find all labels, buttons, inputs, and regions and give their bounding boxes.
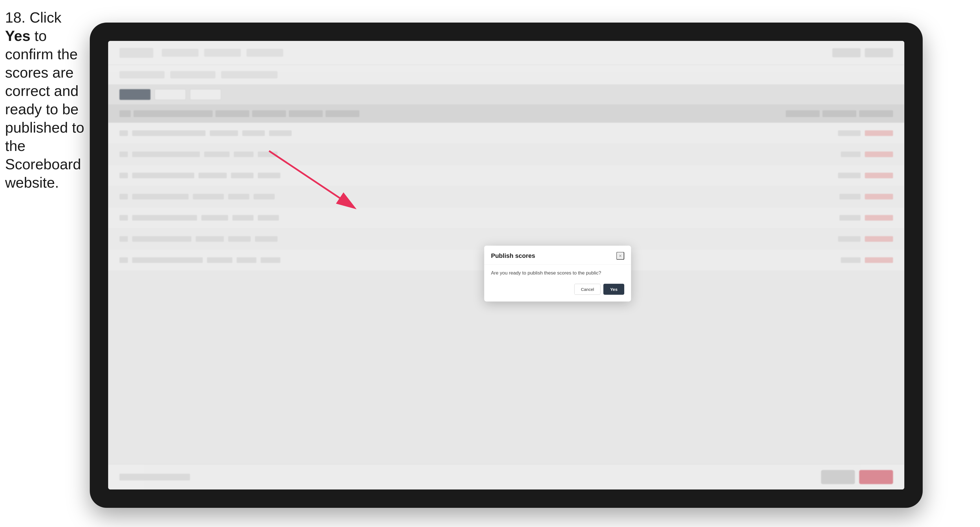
dialog-message: Are you ready to publish these scores to…	[491, 270, 624, 276]
instruction-prefix: Click	[30, 9, 62, 26]
yes-button[interactable]: Yes	[603, 284, 624, 295]
dialog-actions: Cancel Yes	[491, 284, 624, 295]
instruction-suffix: to confirm the scores are correct and re…	[5, 28, 84, 191]
cancel-button[interactable]: Cancel	[574, 284, 601, 295]
publish-dialog: Publish scores × Are you ready to publis…	[484, 246, 631, 302]
instruction-text: 18. Click Yes to confirm the scores are …	[5, 8, 88, 192]
tablet-screen: Publish scores × Are you ready to publis…	[108, 41, 904, 489]
dialog-close-button[interactable]: ×	[616, 252, 624, 260]
dialog-body: Are you ready to publish these scores to…	[484, 265, 631, 302]
step-number: 18.	[5, 9, 25, 26]
dialog-title: Publish scores	[491, 252, 535, 260]
modal-overlay: Publish scores × Are you ready to publis…	[108, 41, 904, 489]
tablet-device: Publish scores × Are you ready to publis…	[90, 22, 923, 508]
dialog-header: Publish scores ×	[484, 246, 631, 265]
instruction-bold: Yes	[5, 28, 30, 44]
